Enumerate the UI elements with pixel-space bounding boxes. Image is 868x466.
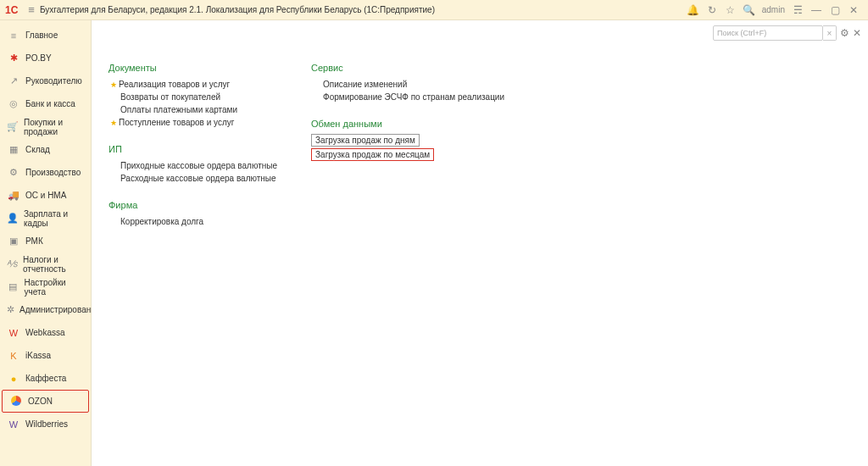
sidebar-item-0[interactable]: ≡Главное	[0, 24, 91, 47]
window-title: Бухгалтерия для Беларуси, редакция 2.1. …	[40, 5, 435, 14]
minimize-icon[interactable]: —	[809, 4, 824, 16]
sidebar-item-12[interactable]: ✲Администрирование	[0, 298, 91, 321]
sidebar-item-label: Настройки учета	[25, 278, 84, 297]
sidebar-item-label: Налоги и отчетность	[23, 255, 84, 274]
sidebar-item-label: Покупки и продажи	[24, 118, 84, 136]
menu-link[interactable]: ★Поступление товаров и услуг	[108, 116, 277, 129]
maximize-icon[interactable]: ▢	[827, 4, 843, 16]
sidebar-item-3[interactable]: ◎Банк и касса	[0, 92, 91, 115]
sidebar-icon: ◎	[7, 98, 20, 109]
sidebar-item-7[interactable]: 🚚ОС и НМА	[0, 184, 91, 207]
menu-link[interactable]: Загрузка продаж по дням	[311, 134, 420, 147]
sidebar-item-label: Webkassa	[25, 328, 65, 337]
sidebar-item-13[interactable]: WWebkassa	[0, 321, 91, 344]
menu-link-label: Загрузка продаж по дням	[315, 136, 415, 145]
sidebar-item-label: OZON	[28, 397, 53, 406]
history-icon[interactable]: ↻	[704, 4, 720, 16]
menu-link[interactable]: ★Реализация товаров и услуг	[108, 78, 277, 91]
section-exchange[interactable]: Обмен данными	[311, 119, 504, 129]
app-logo: 1С	[5, 4, 18, 16]
sidebar-icon: 🛒	[7, 121, 19, 132]
sidebar-icon: ⚙	[7, 167, 20, 178]
sidebar-item-label: Зарплата и кадры	[24, 209, 84, 228]
menu-link-label: Поступление товаров и услуг	[119, 118, 234, 127]
sidebar-item-label: iKassa	[25, 351, 51, 360]
content-columns: Документы ★Реализация товаров и услугВоз…	[92, 20, 868, 243]
menu-link-label: Формирование ЭСЧФ по странам реализации	[323, 92, 504, 102]
sidebar-icon: ✲	[7, 304, 14, 315]
close-icon[interactable]: ✕	[846, 4, 861, 16]
sidebar-item-label: Производство	[25, 168, 81, 177]
sidebar-icon: ▣	[7, 236, 20, 247]
search-input[interactable]: Поиск (Ctrl+F)	[713, 25, 823, 41]
sidebar-item-4[interactable]: 🛒Покупки и продажи	[0, 115, 91, 138]
search-placeholder: Поиск (Ctrl+F)	[717, 29, 766, 37]
sidebar-item-8[interactable]: 👤Зарплата и кадры	[0, 207, 91, 230]
star-icon: ★	[110, 119, 117, 127]
section-documents[interactable]: Документы	[108, 63, 277, 73]
sidebar-item-11[interactable]: ▤Настройки учета	[0, 275, 91, 298]
sidebar-icon: ↗	[7, 75, 20, 86]
menu-link[interactable]: Расходные кассовые ордера валютные	[108, 172, 277, 185]
sidebar-icon: ✱	[7, 53, 20, 64]
filter-icon[interactable]: ☴	[790, 4, 805, 16]
section-service[interactable]: Сервис	[311, 63, 504, 73]
menu-link[interactable]: Возвраты от покупателей	[108, 91, 277, 103]
sidebar-icon: ⅍	[7, 258, 18, 269]
sidebar-icon	[9, 396, 23, 408]
column-1: Документы ★Реализация товаров и услугВоз…	[108, 63, 277, 243]
sidebar-item-9[interactable]: ▣РМК	[0, 230, 91, 252]
menu-link-label: Корректировка долга	[120, 217, 203, 226]
sidebar-item-14[interactable]: KiKassa	[0, 344, 91, 367]
sidebar-icon: ▤	[7, 281, 19, 292]
settings-icon[interactable]: ⚙	[840, 27, 849, 39]
menu-link[interactable]: Оплаты платежными картами	[108, 103, 277, 116]
sidebar-item-6[interactable]: ⚙Производство	[0, 161, 91, 184]
sidebar-item-label: Администрирование	[19, 305, 100, 314]
sidebar-icon: 🚚	[7, 190, 20, 201]
sidebar-item-5[interactable]: ▦Склад	[0, 138, 91, 161]
panel-close-icon[interactable]: ✕	[853, 27, 861, 39]
menu-link[interactable]: Описание изменений	[311, 78, 504, 91]
section-ip[interactable]: ИП	[108, 144, 277, 154]
sidebar-item-label: Руководителю	[25, 76, 82, 86]
menu-link-label: Приходные кассовые ордера валютные	[120, 161, 277, 170]
sidebar-item-10[interactable]: ⅍Налоги и отчетность	[0, 252, 91, 275]
menu-link[interactable]: Приходные кассовые ордера валютные	[108, 159, 277, 172]
menu-link-label: Загрузка продаж по месяцам	[315, 150, 430, 159]
sidebar-item-17[interactable]: WWildberries	[0, 413, 91, 435]
sidebar-item-1[interactable]: ✱PO.BY	[0, 47, 91, 69]
sidebar-item-16[interactable]: OZON	[2, 390, 89, 413]
star-icon: ★	[110, 80, 117, 89]
menu-link[interactable]: Корректировка долга	[108, 215, 277, 228]
menu-icon[interactable]: ≡	[28, 3, 35, 16]
search-icon[interactable]: 🔍	[742, 4, 757, 16]
sidebar-icon: ▦	[7, 144, 20, 155]
sidebar-item-2[interactable]: ↗Руководителю	[0, 69, 91, 92]
sidebar-icon: 👤	[7, 213, 19, 224]
column-2: Сервис Описание измененийФормирование ЭС…	[311, 63, 504, 243]
sidebar-item-label: PO.BY	[25, 53, 52, 63]
sidebar-item-15[interactable]: ●Каффеста	[0, 367, 91, 390]
content-toolbar: Поиск (Ctrl+F) × ⚙ ✕	[713, 25, 861, 41]
menu-link-label: Расходные кассовые ордера валютные	[120, 174, 276, 183]
menu-link[interactable]: Загрузка продаж по месяцам	[311, 148, 434, 161]
sidebar-icon: W	[7, 419, 20, 430]
section-firma[interactable]: Фирма	[108, 200, 277, 210]
sidebar-icon: W	[7, 328, 20, 338]
bell-icon[interactable]: 🔔	[686, 4, 701, 16]
search-clear-button[interactable]: ×	[823, 25, 837, 41]
sidebar-item-label: Wildberries	[25, 419, 68, 429]
sidebar-item-label: Банк и касса	[25, 99, 75, 108]
titlebar: 1С ≡ Бухгалтерия для Беларуси, редакция …	[0, 0, 868, 20]
menu-link[interactable]: Формирование ЭСЧФ по странам реализации	[311, 91, 504, 103]
main-area: Поиск (Ctrl+F) × ⚙ ✕ Документы ★Реализац…	[92, 20, 868, 466]
sidebar-icon: ≡	[7, 31, 20, 41]
menu-link-label: Возвраты от покупателей	[120, 92, 220, 102]
star-icon[interactable]: ☆	[723, 4, 738, 16]
sidebar-item-label: Каффеста	[25, 374, 66, 383]
sidebar-item-label: РМК	[25, 236, 43, 246]
sidebar-icon: K	[7, 351, 20, 361]
menu-link-label: Оплаты платежными картами	[120, 105, 237, 114]
sidebar: ≡Главное✱PO.BY↗Руководителю◎Банк и касса…	[0, 20, 92, 466]
